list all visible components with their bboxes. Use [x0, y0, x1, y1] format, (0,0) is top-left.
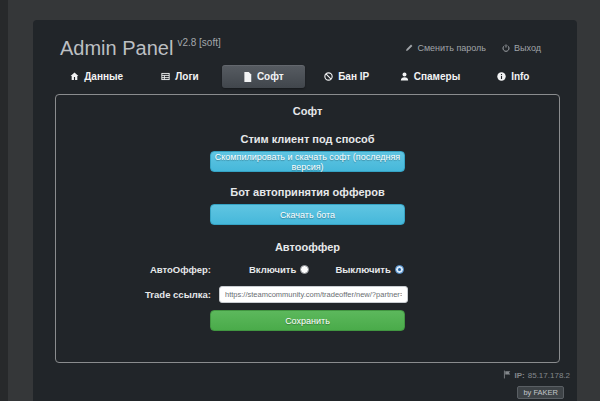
change-password-label: Сменить пароль [417, 43, 486, 53]
pencil-icon [405, 44, 413, 52]
tab-spammers[interactable]: Спамеры [388, 65, 471, 88]
tab-data-label: Данные [84, 71, 123, 82]
footer: IP: 85.17.178.2 by FAKER [503, 370, 571, 399]
autoaccept-bot-heading: Бот автопринятия офферов [56, 186, 559, 198]
header: Admin Panelv2.8 [soft] Сменить пароль Вы… [33, 20, 577, 58]
autooffer-disable-option[interactable]: Выключить [335, 264, 403, 275]
tab-ban-ip[interactable]: Бан IP [305, 65, 388, 88]
save-button-label: Сохранить [285, 316, 330, 326]
user-icon [400, 72, 409, 81]
page-title: Admin Panelv2.8 [soft] [60, 33, 221, 58]
autooffer-radio-group: Включить Выключить [219, 264, 404, 275]
autooffer-enable-option[interactable]: Включить [249, 264, 309, 275]
autooffer-disable-radio[interactable] [395, 265, 404, 274]
autooffer-toggle-row: АвтоОффер: Включить Выключить [56, 264, 559, 275]
tab-spammers-label: Спамеры [414, 71, 460, 82]
change-password-link[interactable]: Сменить пароль [405, 43, 486, 53]
tab-soft[interactable]: Софт [222, 65, 305, 88]
download-bot-button[interactable]: Скачать бота [210, 204, 405, 225]
tab-logs[interactable]: Логи [138, 65, 221, 88]
compile-download-soft-label: Скомпилировать и скачать софт (последняя… [211, 152, 404, 172]
file-icon [243, 72, 252, 82]
tab-info-label: Info [511, 71, 529, 82]
app-version: v2.8 [soft] [177, 37, 220, 48]
trade-link-input[interactable] [219, 286, 408, 303]
ip-label: IP: [515, 371, 525, 380]
main-nav: Данные Логи Софт Бан IP Спамеры Info [55, 65, 555, 88]
tab-ban-ip-label: Бан IP [338, 71, 369, 82]
tab-soft-label: Софт [257, 71, 284, 82]
autooffer-enable-radio[interactable] [300, 265, 309, 274]
tab-logs-label: Логи [175, 71, 198, 82]
app-title: Admin Panel [60, 37, 173, 59]
download-bot-label: Скачать бота [280, 210, 335, 220]
logout-link[interactable]: Выход [502, 43, 541, 53]
steam-client-heading: Стим клиент под способ [56, 133, 559, 145]
ip-value: 85.17.178.2 [528, 371, 570, 380]
table-icon [161, 72, 170, 81]
credit-badge: by FAKER [517, 386, 564, 399]
header-links: Сменить пароль Выход [405, 43, 541, 58]
autooffer-enable-label: Включить [249, 264, 296, 275]
box-title: Софт [56, 105, 559, 117]
logout-label: Выход [514, 43, 541, 53]
ip-line: IP: 85.17.178.2 [503, 370, 571, 381]
info-icon [497, 72, 506, 81]
soft-content-box: Софт Стим клиент под способ Скомпилирова… [55, 94, 560, 363]
autooffer-label: АвтоОффер: [116, 264, 211, 275]
compile-download-soft-button[interactable]: Скомпилировать и скачать софт (последняя… [210, 151, 405, 172]
trade-link-control [219, 286, 408, 303]
autooffer-disable-label: Выключить [335, 264, 390, 275]
tab-info[interactable]: Info [472, 65, 555, 88]
home-icon [70, 72, 79, 81]
trade-link-label: Trade ссылка: [116, 289, 211, 300]
autooffer-heading: Автооффер [56, 241, 559, 253]
ban-icon [324, 72, 333, 81]
save-button[interactable]: Сохранить [210, 310, 405, 331]
power-icon [502, 44, 510, 52]
flag-icon [503, 370, 512, 381]
admin-panel: Admin Panelv2.8 [soft] Сменить пароль Вы… [33, 20, 577, 401]
trade-link-row: Trade ссылка: [56, 286, 559, 303]
tab-data[interactable]: Данные [55, 65, 138, 88]
